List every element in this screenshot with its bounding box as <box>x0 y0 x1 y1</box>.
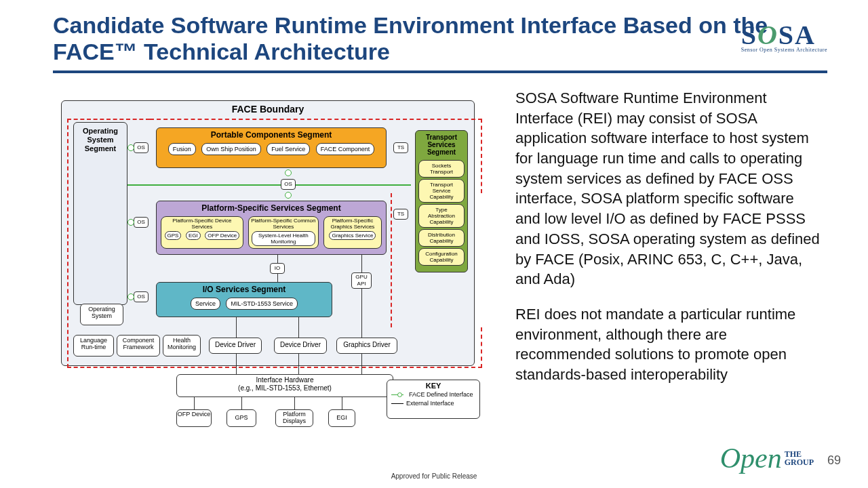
open-text: Open <box>720 442 782 474</box>
psss-graphics-label: Platform-Specific Graphics Services <box>326 218 380 230</box>
psss-graphics-svc: Graphics Service <box>329 231 376 240</box>
os-node-2: OS <box>134 217 149 228</box>
tss-segment: Transport Services Segment Sockets Trans… <box>415 130 468 272</box>
psss-graphics: Platform-Specific Graphics Services Grap… <box>323 216 382 249</box>
key-ext-label: External Interface <box>406 400 454 407</box>
oss-label: Operating System Segment <box>74 123 127 158</box>
open-group-logo: Open THEGROUP <box>720 442 814 474</box>
ifhw-sub: (e.g., MIL-STD-1553, Ethernet) <box>177 384 393 392</box>
page-number: 69 <box>827 453 841 468</box>
io-node: IO <box>270 263 285 274</box>
tss-title: Transport Services Segment <box>416 131 467 159</box>
ifhw-gps: GPS <box>226 409 256 427</box>
body-text: SOSA Software Runtime Environment Interf… <box>515 88 821 385</box>
pcs-item-fusion: Fusion <box>168 143 196 155</box>
ioss-service: Service <box>191 298 220 310</box>
sosa-logo: SOSA Sensor Open Systems Architecture <box>741 19 827 53</box>
bottom-dd1: Device Driver <box>209 338 262 354</box>
release-label: Approved for Public Release <box>391 472 477 480</box>
ts-node-2: TS <box>393 209 408 220</box>
key-title: KEY <box>391 382 475 390</box>
tss-config: Configuration Capability <box>418 248 465 266</box>
green-dot-3 <box>127 293 134 300</box>
ifhw-box: Interface Hardware (e.g., MIL-STD-1553, … <box>176 374 393 397</box>
tss-transport: Transport Service Capability <box>418 179 465 203</box>
ifhw-displays: Platform Displays <box>275 409 313 427</box>
ifhw-egi: EGI <box>328 409 355 427</box>
green-dot-2 <box>127 219 134 226</box>
ifhw-line-1 <box>194 397 195 409</box>
title-rule <box>53 70 827 73</box>
ifhw-line-3 <box>294 397 295 409</box>
key-face-label: FACE Defined Interface <box>409 391 473 398</box>
pcs-item-fuel: Fuel Service <box>267 143 310 155</box>
bottom-health: Health Monitoring <box>163 335 201 357</box>
bottom-gd: Graphics Driver <box>336 338 397 354</box>
pcs-title: Portable Components Segment <box>157 128 386 142</box>
logo-sa: SA <box>778 20 816 50</box>
gpu-node: GPU API <box>351 272 372 289</box>
ts-node-1: TS <box>393 142 408 153</box>
logo-tag: Sensor Open Systems Architecture <box>741 47 827 53</box>
psss-ofp: OFP Device <box>205 231 239 240</box>
gd-line <box>361 354 362 374</box>
ioss-title: I/O Services Segment <box>157 283 332 296</box>
ioss-segment: I/O Services Segment Service MIL-STD-155… <box>156 282 332 317</box>
bottom-dd2: Device Driver <box>274 338 327 354</box>
pcs-item-ownship: Own Ship Position <box>201 143 261 155</box>
psss-gps: GPS <box>165 231 182 240</box>
io-line-bot <box>277 274 278 282</box>
psss-common-label: Platform-Specific Common Services <box>250 218 317 230</box>
dd2-line <box>298 354 299 374</box>
gpu-line-top <box>361 255 362 272</box>
psss-dev-label: Platform-Specific Device Services <box>163 218 241 230</box>
psss-dev: Platform-Specific Device Services GPS EG… <box>161 216 243 249</box>
ifhw-title: Interface Hardware <box>177 376 393 384</box>
ioss-1553: MIL-STD-1553 Service <box>226 298 298 310</box>
paragraph-2: REI does not mandate a particular runtim… <box>515 304 821 385</box>
green-dot-osmid-top <box>285 169 292 176</box>
psss-common: Platform-Specific Common Services System… <box>248 216 319 249</box>
face-diagram: FACE Boundary Operating System Segment O… <box>61 100 481 439</box>
bottom-comp: Component Framework <box>117 335 160 357</box>
paragraph-1: SOSA Software Runtime Environment Interf… <box>515 88 821 289</box>
psss-segment: Platform-Specific Services Segment Platf… <box>156 201 387 255</box>
logo-o: O <box>757 20 778 50</box>
ifhw-line-2 <box>241 397 242 409</box>
green-dot-1 <box>127 144 134 151</box>
pcs-segment: Portable Components Segment Fusion Own S… <box>156 127 387 168</box>
bottom-os: Operating System <box>80 304 123 325</box>
psss-health: System-Level Health Monitoring <box>252 231 315 246</box>
os-node-3: OS <box>134 291 149 302</box>
face-boundary-label: FACE Boundary <box>62 101 474 117</box>
bottom-lang: Language Run-time <box>73 335 114 357</box>
os-node-1: OS <box>134 142 149 153</box>
logo-s: S <box>741 20 757 50</box>
psss-title: Platform-Specific Services Segment <box>157 201 386 215</box>
green-interface-line <box>127 184 411 186</box>
ifhw-line-4 <box>342 397 342 409</box>
slide-title: Candidate Software Runtime Environment I… <box>53 12 827 65</box>
green-dot-osmid-bot <box>285 192 292 199</box>
tss-type: Type Abstraction Capability <box>418 204 465 228</box>
os-node-mid: OS <box>281 179 296 190</box>
dd1-line <box>236 354 237 374</box>
key-box: KEY FACE Defined Interface External Inte… <box>387 380 480 419</box>
gpu-line-bot <box>361 289 362 338</box>
ioss-line-2 <box>298 317 299 338</box>
ioss-line-1 <box>236 317 237 338</box>
key-face-dot <box>397 392 402 397</box>
key-ext-line <box>391 403 403 404</box>
ifhw-ofp: OFP Device <box>176 409 212 427</box>
group-text: GROUP <box>785 458 814 467</box>
tss-sockets: Sockets Transport <box>418 160 465 178</box>
pcs-item-facecomp: FACE Component <box>316 143 375 155</box>
oss-segment: Operating System Segment <box>73 122 127 305</box>
tss-dist: Distribution Capability <box>418 229 465 247</box>
io-line-top <box>277 255 278 263</box>
psss-egi: EGI <box>186 231 201 240</box>
